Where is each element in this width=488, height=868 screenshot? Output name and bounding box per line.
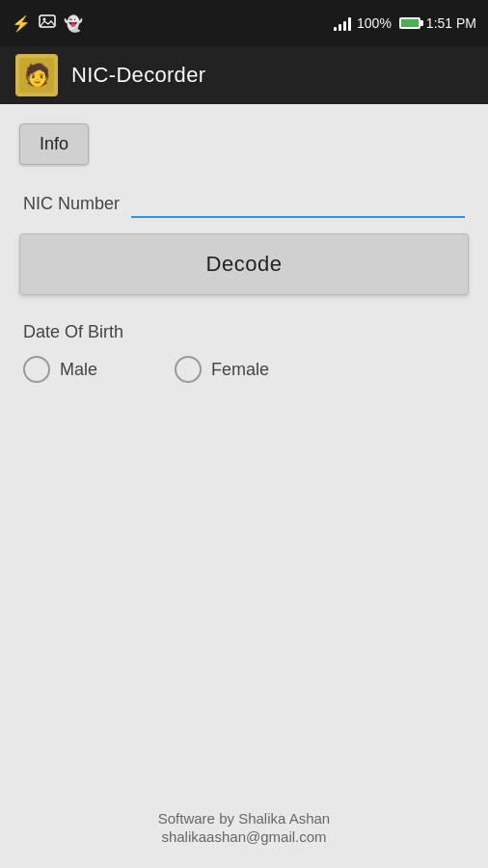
svg-point-1 xyxy=(43,18,46,21)
decode-button[interactable]: Decode xyxy=(19,233,469,295)
signal-icon xyxy=(334,15,351,31)
footer-line1: Software by Shalika Ashan xyxy=(0,810,488,827)
female-radio[interactable] xyxy=(175,356,202,383)
status-bar-left: ⚡ 👻 xyxy=(12,14,83,33)
app-icon: 🧑 xyxy=(15,54,58,96)
nic-input-wrapper[interactable] xyxy=(131,188,465,218)
footer-line2: shalikaashan@gmail.com xyxy=(0,828,488,845)
status-bar: ⚡ 👻 100% 1:51 PM xyxy=(0,0,488,46)
status-bar-right: 100% 1:51 PM xyxy=(334,15,476,31)
female-option[interactable]: Female xyxy=(175,356,269,383)
male-option[interactable]: Male xyxy=(23,356,97,383)
main-content: Info NIC Number Decode Date Of Birth Mal… xyxy=(0,104,488,383)
nic-label: NIC Number xyxy=(23,194,120,218)
ghost-icon: 👻 xyxy=(64,14,83,33)
image-icon xyxy=(39,14,56,32)
male-radio[interactable] xyxy=(23,356,50,383)
nic-input[interactable] xyxy=(131,188,465,216)
usb-icon: ⚡ xyxy=(12,14,31,33)
battery-icon xyxy=(397,17,420,29)
battery-percent: 100% xyxy=(357,15,392,31)
male-label: Male xyxy=(60,360,97,380)
app-toolbar: 🧑 NIC-Decorder xyxy=(0,46,488,104)
app-icon-figure: 🧑 xyxy=(24,65,50,86)
gender-row: Male Female xyxy=(23,356,465,383)
dob-section: Date Of Birth Male Female xyxy=(19,322,469,383)
time-display: 1:51 PM xyxy=(426,15,476,31)
footer: Software by Shalika Ashan shalikaashan@g… xyxy=(0,810,488,845)
female-label: Female xyxy=(211,360,269,380)
nic-row: NIC Number xyxy=(19,188,469,218)
dob-label: Date Of Birth xyxy=(23,322,465,342)
info-button[interactable]: Info xyxy=(19,123,89,165)
app-title: NIC-Decorder xyxy=(71,63,205,88)
